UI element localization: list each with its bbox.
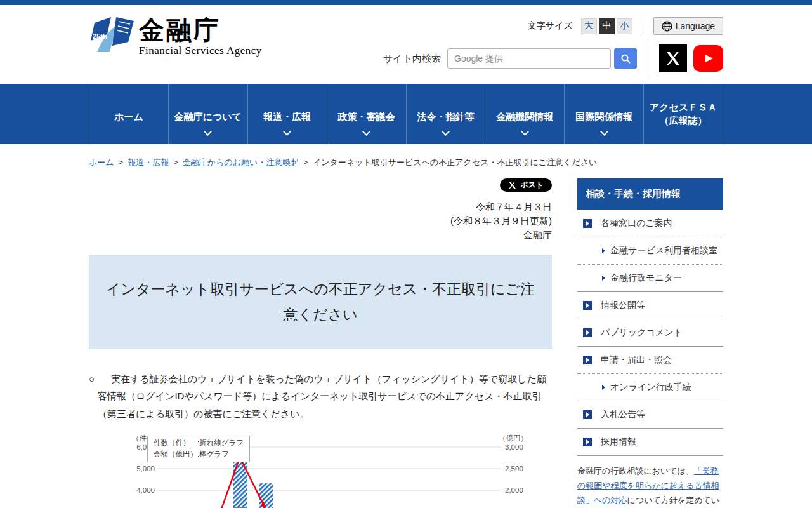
search-input[interactable] [447, 48, 611, 69]
font-size-small-button[interactable]: 小 [617, 18, 632, 34]
notice-paragraph: ○ 実在する証券会社のウェブサイトを装った偽のウェブサイト（フィッシングサイト）… [89, 370, 552, 423]
breadcrumb: ホーム>報道・広報>金融庁からのお願い・注意喚起>インターネット取引サービスへの… [89, 157, 812, 168]
language-button[interactable]: Language [653, 17, 723, 35]
nav-item-access-fsa[interactable]: アクセスＦＳＡ （広報誌） [644, 84, 723, 144]
arrow-square-icon [583, 410, 592, 419]
search-icon [620, 53, 631, 64]
post-button-label: ポスト [520, 180, 544, 190]
chevron-down-icon [442, 128, 450, 136]
svg-text:2,000: 2,000 [505, 486, 523, 494]
nav-item-press[interactable]: 報道・広報 [248, 84, 327, 144]
nav-item-laws[interactable]: 法令・指針等 [407, 84, 486, 144]
chart-legend: 件数（件） :折れ線グラフ 金額（億円）:棒グラフ [147, 436, 250, 463]
legend-line-series: 件数（件） :折れ線グラフ [154, 438, 244, 449]
right-axis-unit: （億円） [499, 434, 528, 443]
site-header: 25th 金融庁 Financial Services Agency 文字サイズ… [0, 5, 812, 84]
youtube-social-button[interactable] [693, 45, 723, 72]
breadcrumb-separator: > [173, 157, 178, 167]
sidebar-divider [577, 455, 723, 456]
sidebar-item-information-disclosure[interactable]: 情報公開等 [577, 291, 723, 319]
sidebar-item-applications[interactable]: 申請・届出・照会 [577, 346, 723, 373]
header-divider [643, 18, 643, 34]
sidebar-item-online-procedures[interactable]: オンライン行政手続 [577, 373, 723, 401]
fraud-statistics-chart: （件） （億円） 6,0005,0004,0003,0002,0003,0002… [127, 433, 546, 508]
x-logo-icon [665, 51, 681, 66]
logo-subtitle: Financial Services Agency [139, 44, 262, 57]
breadcrumb-link-press[interactable]: 報道・広報 [128, 157, 169, 167]
sidebar-item-contact-windows[interactable]: 各種窓口のご案内 [577, 210, 723, 237]
arrow-square-icon [583, 219, 592, 228]
chevron-down-icon [283, 128, 291, 136]
sidebar-item-recruitment[interactable]: 採用情報 [577, 428, 723, 455]
breadcrumb-link-notices[interactable]: 金融庁からのお願い・注意喚起 [183, 157, 299, 167]
youtube-play-icon [703, 53, 714, 64]
date-block: 令和７年４月３日 (令和８年３月９日更新) 金融庁 [89, 200, 552, 242]
arrow-square-icon [583, 438, 592, 446]
sidebar-item-admin-monitor[interactable]: 金融行政モニター [577, 264, 723, 291]
sidebar-item-bid-announcements[interactable]: 入札公告等 [577, 401, 723, 428]
sidebar-title: 相談・手続・採用情報 [577, 178, 723, 210]
breadcrumb-link-home[interactable]: ホーム [89, 157, 114, 167]
chevron-down-icon [362, 128, 370, 136]
language-label: Language [676, 21, 715, 31]
breadcrumb-separator: > [303, 157, 308, 167]
legend-bar-series: 金額（億円）:棒グラフ [154, 449, 244, 460]
sidebar-note: 金融庁の行政相談においては、「業務の範囲や程度を明らかに超える苦情相談」への対応… [577, 464, 723, 508]
chevron-down-icon [600, 128, 608, 136]
notice-text: 実在する証券会社のウェブサイトを装った偽のウェブサイト（フィッシングサイト）等で… [98, 373, 546, 420]
svg-text:25th: 25th [93, 32, 107, 40]
publish-date: 令和７年４月３日 [89, 200, 552, 214]
author: 金融庁 [89, 228, 552, 242]
font-size-large-button[interactable]: 大 [581, 18, 597, 34]
x-logo-icon [508, 181, 516, 189]
nav-item-financial-institutions[interactable]: 金融機関情報 [485, 84, 565, 144]
font-size-label: 文字サイズ [528, 20, 573, 32]
breadcrumb-separator: > [119, 157, 124, 167]
svg-text:2,500: 2,500 [505, 465, 523, 472]
chevron-down-icon [204, 128, 212, 136]
main-nav: ホーム 金融庁について 報道・広報 政策・審議会 法令・指針等 金融機関情報 国… [0, 84, 812, 144]
svg-text:4,000: 4,000 [136, 486, 155, 494]
nav-item-international[interactable]: 国際関係情報 [565, 84, 644, 144]
nav-item-about[interactable]: 金融庁について [169, 84, 248, 144]
site-search-label: サイト内検索 [383, 53, 441, 65]
svg-text:5,000: 5,000 [136, 465, 155, 472]
nav-item-home[interactable]: ホーム [89, 84, 169, 144]
fsa-logo-mark-icon: 25th [91, 15, 136, 56]
search-button[interactable] [614, 48, 637, 69]
fsa-logo[interactable]: 25th 金融庁 Financial Services Agency [91, 15, 262, 57]
x-social-button[interactable] [659, 44, 687, 72]
svg-text:3,000: 3,000 [505, 443, 523, 451]
logo-title: 金融庁 [139, 15, 262, 44]
update-date: (令和８年３月９日更新) [89, 214, 552, 228]
page-title-banner: インターネット取引サービスへの不正アクセス・不正取引にご注意ください [89, 255, 552, 349]
top-accent-bar [0, 0, 812, 5]
arrow-square-icon [583, 328, 592, 337]
nav-item-policy[interactable]: 政策・審議会 [327, 84, 407, 144]
breadcrumb-current: インターネット取引サービスへの不正アクセス・不正取引にご注意ください [313, 157, 597, 167]
header-divider-2 [648, 38, 648, 79]
article-column: ポスト 令和７年４月３日 (令和８年３月９日更新) 金融庁 インターネット取引サ… [89, 178, 552, 508]
chevron-down-icon [521, 128, 529, 136]
page-title: インターネット取引サービスへの不正アクセス・不正取引にご注意ください [104, 276, 537, 328]
font-size-medium-button[interactable]: 中 [599, 18, 615, 34]
sidebar: 相談・手続・採用情報 各種窓口のご案内 金融サービス利用者相談室 金融行政モニタ… [577, 178, 723, 508]
globe-icon [662, 21, 672, 32]
arrow-square-icon [583, 356, 592, 364]
list-marker: ○ [89, 370, 95, 388]
sidebar-item-public-comment[interactable]: パブリックコメント [577, 319, 723, 346]
x-post-button[interactable]: ポスト [500, 178, 552, 192]
sidebar-item-user-consultation[interactable]: 金融サービス利用者相談室 [577, 237, 723, 264]
arrow-square-icon [583, 301, 592, 310]
